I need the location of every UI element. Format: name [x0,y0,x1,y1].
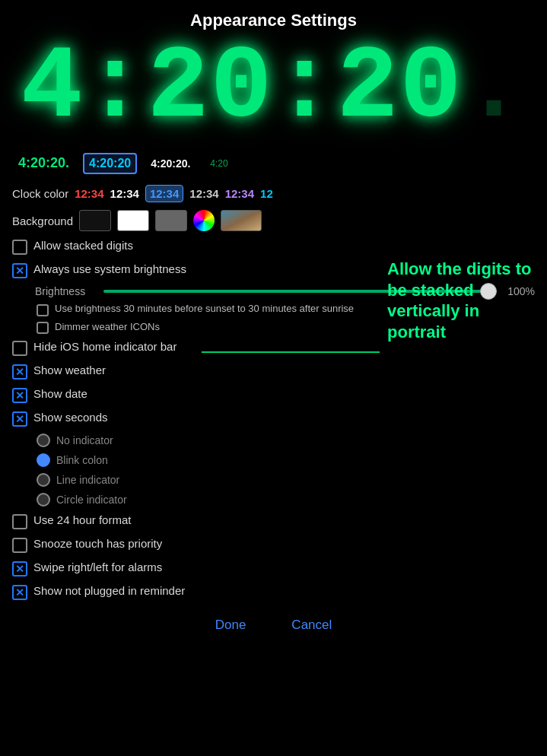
color-option-purple[interactable]: 12:34 [225,187,254,200]
show-seconds-label: Show seconds [33,411,108,424]
blink-colon-radio[interactable] [37,453,50,467]
snooze-priority-checkbox[interactable] [12,538,27,553]
background-label: Background [12,214,73,227]
clock-digit-dim: . [463,40,526,138]
clock-color-label: Clock color [12,187,68,200]
done-button[interactable]: Done [215,618,246,633]
line-indicator-radio[interactable] [37,473,50,487]
preview-medium[interactable]: 4:20:20 [83,153,137,174]
allow-stacked-label: Allow stacked digits [33,239,133,252]
use-24hr-label: Use 24 hour format [33,513,131,526]
allow-stacked-checkbox[interactable] [12,240,27,255]
bg-black-swatch[interactable] [79,210,111,231]
color-option-blue-selected[interactable]: 12:34 [145,185,183,202]
line-indicator-row: Line indicator [12,470,535,490]
brightness-label: Brightness [35,285,96,297]
preview-4-text: 4:20 [210,158,227,169]
blink-colon-label: Blink colon [56,454,108,466]
show-date-row: Show date [12,383,535,407]
no-indicator-label: No indicator [56,434,113,446]
clock-colon-1: : [84,40,147,138]
color-option-white[interactable]: 12:34 [110,187,139,200]
allow-stacked-row: Allow stacked digits [12,235,535,259]
blink-colon-row: Blink colon [12,450,535,470]
bg-color-wheel[interactable] [193,210,215,231]
preview-xsmall[interactable]: 4:20 [204,154,234,173]
not-plugged-label: Show not plugged in reminder [33,584,185,597]
swipe-alarms-checkbox[interactable] [12,561,27,577]
hide-ios-checkbox[interactable] [12,341,27,356]
use-24hr-row: Use 24 hour format [12,510,535,533]
preview-row: 4:20:20. 4:20:20 4:20:20. 4:20 [0,147,547,178]
show-seconds-checkbox[interactable] [12,411,27,427]
hide-ios-label: Hide iOS home indicator bar [33,340,177,353]
swipe-alarms-row: Swipe right/left for alarms [12,557,535,580]
circle-indicator-label: Circle indicator [56,494,127,506]
bg-white-swatch[interactable] [117,210,149,231]
preview-1-text: 4:20:20. [18,155,69,171]
clock-digit-3: 20 [337,40,463,138]
color-option-cyan[interactable]: 12 [260,187,273,200]
dimmer-weather-checkbox[interactable] [37,322,49,334]
swipe-alarms-label: Swipe right/left for alarms [33,561,162,573]
show-weather-label: Show weather [33,364,106,376]
line-indicator-label: Line indicator [56,474,119,486]
clock-color-row: Clock color 12:34 12:34 12:34 12:34 12:3… [12,181,535,206]
dimmer-weather-label: Dimmer weather ICONs [55,321,160,332]
clock-digit-2: 20 [147,40,273,138]
not-plugged-checkbox[interactable] [12,585,27,600]
sunset-brightness-label: Use brightness 30 minutes before sunset … [55,303,354,314]
bottom-buttons: Done Cancel [0,607,547,640]
preview-small[interactable]: 4:20:20. [145,154,196,173]
color-option-gray[interactable]: 12:34 [189,187,218,200]
system-brightness-label: Always use system brightness [33,262,186,275]
not-plugged-row: Show not plugged in reminder [12,580,535,604]
show-date-checkbox[interactable] [12,388,27,403]
color-option-red[interactable]: 12:34 [75,187,103,200]
snooze-priority-row: Snooze touch has priority [12,533,535,557]
clock-digit-4: 4 [21,40,84,138]
settings-area: Clock color 12:34 12:34 12:34 12:34 12:3… [0,178,547,607]
preview-3-text: 4:20:20. [151,157,190,170]
sunset-brightness-checkbox[interactable] [37,304,49,316]
preview-2-text: 4:20:20 [89,157,131,170]
show-date-label: Show date [33,387,87,400]
bg-gray-swatch[interactable] [155,210,187,231]
show-weather-row: Show weather [12,360,535,383]
clock-colon-2: : [274,40,337,138]
tooltip-text: Allow the digits to be stacked verticall… [387,259,532,342]
no-indicator-radio[interactable] [37,434,50,447]
stacked-divider-line [202,351,380,353]
background-row: Background [12,206,535,235]
circle-indicator-row: Circle indicator [12,490,535,510]
no-indicator-row: No indicator [12,430,535,450]
use-24hr-checkbox[interactable] [12,514,27,529]
show-weather-checkbox[interactable] [12,364,27,380]
bg-image-swatch[interactable] [221,210,262,231]
preview-large[interactable]: 4:20:20. [12,151,75,175]
cancel-button[interactable]: Cancel [291,618,332,633]
show-seconds-row: Show seconds [12,407,535,430]
system-brightness-checkbox[interactable] [12,263,27,278]
big-clock: 4 : 20 : 20 . [0,37,547,147]
snooze-priority-label: Snooze touch has priority [33,537,162,550]
circle-indicator-radio[interactable] [37,493,50,507]
tooltip-box: Allow the digits to be stacked verticall… [387,259,532,342]
